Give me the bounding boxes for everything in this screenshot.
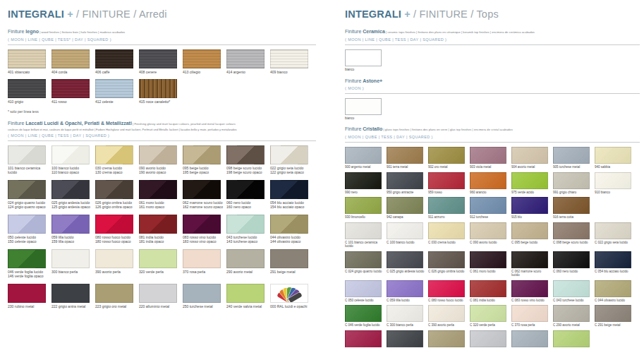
finish-item: 950 grigio antracite: [387, 172, 428, 195]
swatch-label: 101 bianco ceramica lucido: [8, 166, 51, 174]
section-title-name: Ceramica: [363, 29, 385, 34]
swatch-label: 903 viola metal: [470, 165, 511, 169]
finish-item: C 043 turchese lucido: [553, 280, 595, 303]
swatch-240: [226, 284, 265, 303]
swatch-bianco: [345, 49, 382, 66]
swatch-label: C 101 bianco ceramica lucido: [345, 241, 387, 248]
finish-item: 291 beige metal: [270, 249, 314, 280]
swatch-label: C 081 india lucido: [470, 299, 511, 303]
swatch-c: [595, 280, 631, 297]
swatch-412: [95, 79, 133, 98]
swatch-c: [387, 222, 423, 239]
swatch-c: [595, 222, 631, 239]
swatch-label: C 290 avorio metal: [553, 323, 595, 328]
finish-item: C 030 crema lucido: [428, 222, 470, 248]
swatch-label: 240 verde salvia metal: [226, 304, 270, 308]
finish-item: 000 RAL lucidi e opachi: [270, 284, 314, 315]
swatch-bianco: [345, 98, 382, 115]
section-title: Finiture Laccati Lucidi & Opachi, Perlat…: [8, 121, 316, 127]
swatch-label: 404 corda: [51, 70, 95, 74]
swatch-row: 050 celeste lucido150 celeste opaco059 l…: [8, 215, 316, 246]
section-title-prefix: Finiture: [8, 121, 25, 126]
swatch-404: [51, 49, 90, 68]
finish-item: C 320 verde perla: [470, 305, 511, 328]
swatch-row: 101 bianco ceramica lucido100 bianco luc…: [8, 145, 316, 176]
swatch-044: [270, 215, 308, 234]
swatch-c: [470, 330, 506, 347]
swatch-label: C 098 beige scuro lucido: [553, 241, 595, 245]
finish-item: C 080 rosso fuoco lucido: [428, 280, 470, 303]
divider: [8, 44, 316, 45]
section-subtitle-translations: | Finishing glossy and matt lacquer colo…: [132, 122, 236, 126]
finish-item: 904 avorio metal: [511, 147, 553, 169]
swatch-label: C 090 avorio lucido: [470, 241, 511, 245]
swatch-054: [270, 180, 308, 199]
swatch-c: [387, 280, 423, 297]
section-finiture-laccati: Finiture Laccati Lucidi & Opachi, Perlat…: [8, 121, 316, 315]
ral-color-fan-icon: [270, 284, 308, 303]
finish-item: 409 bianco: [270, 49, 314, 74]
swatch-050: [8, 215, 46, 234]
finish-item: C 220 alluminio metal: [470, 330, 511, 348]
swatch-label: 223 grigio oro metal: [95, 304, 139, 308]
swatch-902: [428, 147, 465, 164]
swatch-label: 144 olivastro opaco: [270, 239, 314, 244]
swatch-label: 390 avorio perla: [95, 270, 139, 274]
swatch-label: 320 verde perla: [139, 270, 183, 274]
swatch-label: 122 grigio seta opaco: [270, 170, 314, 174]
swatch-060: [226, 180, 265, 199]
finish-item: 290 avorio metal: [226, 249, 270, 280]
swatch-label: C 080 rosso fuoco lucido: [428, 299, 470, 303]
swatch-991: [553, 172, 590, 189]
swatch-label: 183 rosso vino opaco: [183, 239, 226, 244]
finish-item: 095 beige lucido195 beige opaco: [183, 145, 226, 176]
swatch-label: 411 rosso: [51, 100, 95, 104]
finish-item: 912 turchese: [470, 197, 511, 220]
section-title-name: Astone+: [363, 78, 382, 83]
swatch-row: C 050 celeste lucidoC 059 lilla lucidoC …: [345, 280, 640, 303]
finish-item: C 291 beige metal: [595, 305, 636, 328]
swatch-label: 905 turchese metal: [553, 165, 595, 169]
swatch-label: 900 argento metal: [345, 165, 387, 169]
swatch-c: [511, 305, 548, 322]
finish-item: C 098 beige scuro lucido: [553, 222, 595, 248]
finish-item: 991 grigio chiaro: [553, 172, 595, 195]
swatch-100: [51, 145, 90, 164]
swatch-959: [428, 172, 465, 189]
swatch-label: 124 grigio quarzo opaco: [8, 205, 51, 209]
swatch-row: 990 nero950 grigio antracite959 rosso960…: [345, 172, 640, 195]
swatch-row: C 024 grigio quarzo lucidoC 025 grigio a…: [345, 251, 640, 277]
swatch-row: 230 rubino metal222 grigio antra metal22…: [8, 284, 316, 315]
swatch-c: [553, 330, 590, 347]
finish-item: C 222 grigio antra metal: [387, 330, 428, 348]
finish-item: C 060 nero lucido: [553, 251, 595, 277]
finish-item: 915 blu: [511, 197, 553, 220]
finish-item: 404 corda: [51, 49, 95, 74]
finish-item: 240 verde salvia metal: [226, 284, 270, 315]
swatch-c: [387, 305, 423, 322]
swatch-label: 195 beige opaco: [183, 170, 226, 174]
section-title: Finiture Astone+: [345, 78, 640, 84]
swatch-942: [387, 197, 423, 214]
swatch-label: 126 grigio ombra opaco: [95, 205, 139, 209]
swatch-label: 408 cenere: [139, 70, 183, 74]
finish-item: 026 grigio ombra lucido126 grigio ombra …: [95, 180, 139, 211]
section-subtitle-translations-2: couleurs de laque brillant et mat, coule…: [8, 128, 316, 131]
finish-item: C 223 grigio oro metal: [428, 330, 470, 348]
swatch-409: [270, 49, 308, 68]
finish-item: C 290 avorio metal: [553, 305, 595, 328]
plus-sign: +: [404, 8, 411, 20]
swatch-c: [345, 251, 382, 268]
finish-item: 390 avorio perla: [95, 249, 139, 280]
plus-sign: +: [67, 8, 73, 20]
swatch-label: 950 grigio antracite: [387, 191, 428, 195]
finish-item: 250 turchese metal: [183, 284, 226, 315]
tops-sections: Finiture Ceramica | ceramic tops finishe…: [345, 29, 640, 348]
models-list: ( MOON | LINE | QUBE | TESS* | DAY | SQU…: [8, 37, 316, 42]
finish-item: 024 grigio quarzo lucido124 grigio quarz…: [8, 180, 51, 211]
finish-item: 916 terra cotta: [553, 197, 595, 220]
finish-item: 044 olivastro lucido144 olivastro opaco: [270, 215, 314, 246]
swatch-c: [511, 222, 548, 239]
section-title-prefix: Finiture: [345, 126, 363, 131]
swatch-c: [387, 330, 423, 347]
